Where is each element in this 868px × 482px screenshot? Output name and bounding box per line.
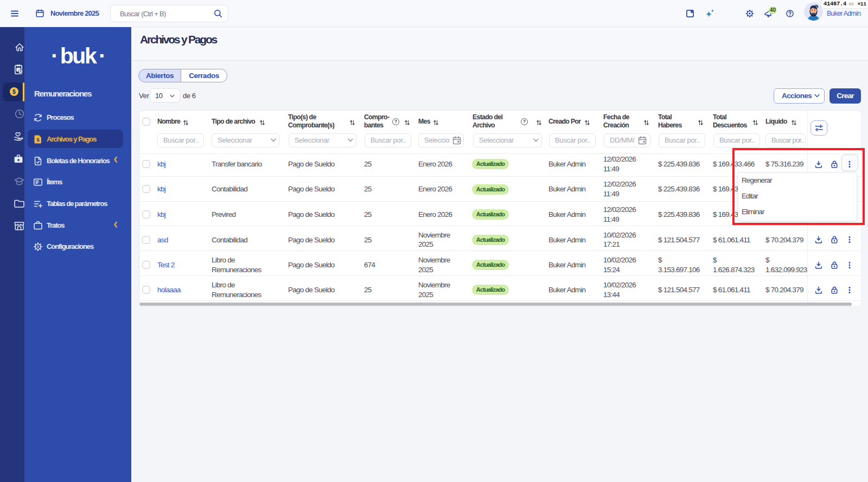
svg-text:$: $ bbox=[36, 137, 39, 143]
svg-text:$: $ bbox=[12, 88, 16, 95]
